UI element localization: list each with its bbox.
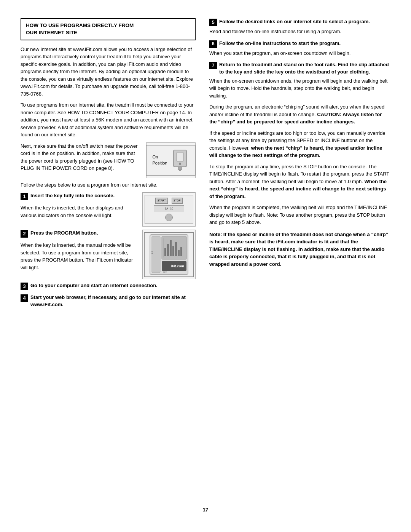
program-console-icon: LS	[148, 233, 190, 276]
section-title-line2: OUR INTERNET SITE	[26, 30, 77, 35]
svg-rect-11	[167, 244, 169, 256]
program-figure-step2: LS	[142, 230, 196, 279]
svg-rect-12	[170, 240, 172, 256]
step4-row: 4 Start your web browser, if necessary, …	[21, 294, 196, 308]
console-buttons: START STOP	[155, 198, 182, 204]
step3-number: 3	[21, 283, 28, 290]
console-diagram-step1: START STOP 1A 10	[145, 195, 193, 224]
step7-number: 7	[209, 62, 217, 69]
svg-text:LS: LS	[151, 251, 153, 253]
console-figure-step1: START STOP 1A 10	[142, 192, 196, 227]
left-para1: Our new internet site at www.iFit.com al…	[21, 46, 196, 98]
on-position-label: OnPosition	[152, 154, 167, 166]
section-title-line1: HOW TO USE PROGRAMS DIRECTLY FROM	[26, 22, 134, 28]
svg-rect-1	[177, 152, 183, 161]
svg-rect-10	[164, 248, 166, 256]
section-header: HOW TO USE PROGRAMS DIRECTLY FROM OUR IN…	[21, 18, 196, 40]
step7-label: Return to the treadmill and stand on the…	[219, 61, 390, 76]
step1-section: START STOP 1A 10 1 Insert the key fully …	[21, 192, 196, 230]
svg-rect-3	[178, 167, 182, 170]
console-key-slot	[165, 214, 173, 221]
step6-body: When you start the program, an on-screen…	[209, 50, 390, 57]
step5-body: Read and follow the on-line instructions…	[209, 28, 390, 35]
step7-body4-text: To stop the program at any time, press t…	[209, 164, 389, 184]
step4-label: Start your web browser, if necessary, an…	[30, 294, 196, 308]
step6-row: 6 Follow the on-line instructions to sta…	[209, 40, 390, 48]
step3-label: Go to your computer and start an interne…	[30, 282, 158, 289]
step6-number: 6	[209, 40, 217, 48]
step7-body2-caution: During the program, an electronic “chirp…	[209, 103, 390, 126]
on-position-section: OnPosition Next, make sure that the on/o…	[21, 142, 196, 181]
step7-row: 7 Return to the treadmill and stand on t…	[209, 61, 390, 76]
console-display-diagram: 1A 10	[154, 205, 184, 212]
step1-number: 1	[21, 193, 28, 200]
page-number: 17	[21, 506, 390, 514]
step5-row: 5 Follow the desired links on our intern…	[209, 18, 390, 26]
step6-label: Follow the on-line instructions to start…	[219, 40, 341, 47]
step7-body5: When the program is completed, the walki…	[209, 204, 390, 226]
power-switch-icon	[170, 149, 190, 171]
svg-point-2	[179, 163, 181, 165]
note-bold-text: Note: If the speed or incline of the tre…	[209, 232, 388, 267]
left-para4: Follow the steps below to use a program …	[21, 181, 196, 189]
svg-rect-4	[179, 170, 181, 171]
on-position-diagram: OnPosition	[146, 145, 196, 176]
step2-label: Press the PROGRAM button.	[30, 230, 98, 237]
svg-rect-16	[180, 247, 182, 256]
svg-text:(km): (km)	[163, 271, 167, 273]
note-paragraph: Note: If the speed or incline of the tre…	[209, 231, 390, 268]
step1-label: Insert the key fully into the console.	[30, 192, 115, 200]
step2-number: 2	[21, 230, 28, 238]
step5-label: Follow the desired links on our internet…	[219, 18, 370, 26]
step4-number: 4	[21, 294, 28, 302]
step1-row: 1 Insert the key fully into the console.	[21, 192, 138, 200]
right-column: 5 Follow the desired links on our intern…	[209, 18, 390, 497]
step2-row: 2 Press the PROGRAM button.	[21, 230, 138, 238]
svg-rect-14	[175, 242, 177, 256]
stop-button-diagram: STOP	[172, 198, 183, 204]
step2-section: LS	[21, 230, 196, 282]
program-diagram-step2: LS	[144, 232, 194, 277]
start-button-diagram: START	[155, 198, 167, 204]
step7-section: 7 Return to the treadmill and stand on t…	[209, 61, 390, 226]
svg-rect-6	[152, 236, 160, 273]
step7-body3-bold1: If the speed or incline settings are too…	[209, 129, 390, 159]
step5-section: 5 Follow the desired links on our intern…	[209, 18, 390, 35]
step7-body4-bold2: To stop the program at any time, press t…	[209, 163, 390, 200]
step3-row: 3 Go to your computer and start an inter…	[21, 282, 196, 290]
on-position-figure: OnPosition	[146, 142, 196, 178]
step6-section: 6 Follow the on-line instructions to sta…	[209, 40, 390, 57]
display-label: 1A 10	[165, 207, 173, 211]
svg-rect-13	[172, 246, 174, 256]
step7-body1: When the on-screen countdown ends, the p…	[209, 77, 390, 100]
step5-number: 5	[209, 19, 217, 26]
left-column: HOW TO USE PROGRAMS DIRECTLY FROM OUR IN…	[21, 18, 196, 497]
svg-text:iFit.com: iFit.com	[171, 264, 184, 268]
page: HOW TO USE PROGRAMS DIRECTLY FROM OUR IN…	[0, 0, 411, 532]
left-para2: To use programs from our internet site, …	[21, 101, 196, 139]
svg-rect-15	[178, 250, 180, 256]
